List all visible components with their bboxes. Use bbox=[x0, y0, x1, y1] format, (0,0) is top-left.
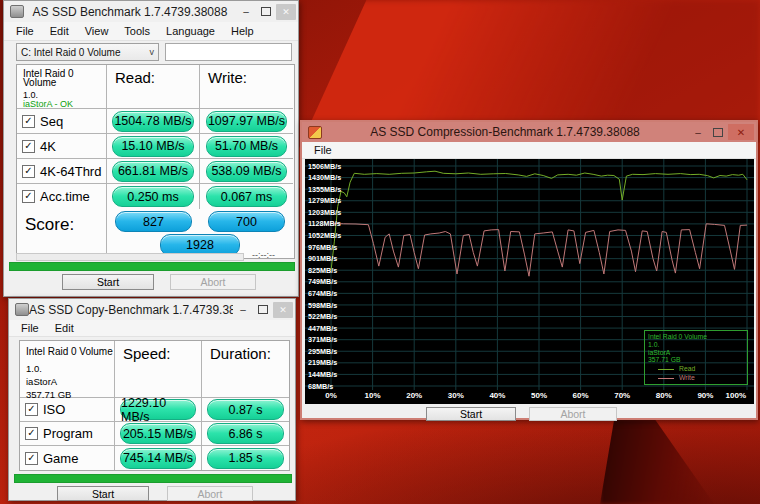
checkbox-game[interactable]: ✓ bbox=[25, 452, 38, 465]
maximize-button[interactable] bbox=[253, 302, 273, 318]
minimize-button[interactable]: – bbox=[688, 124, 708, 140]
abort-button[interactable]: Abort bbox=[167, 486, 253, 501]
svg-text:0%: 0% bbox=[325, 391, 337, 400]
compression-menu-file[interactable]: File bbox=[306, 142, 340, 158]
4k-read-result: 15.10 MB/s bbox=[112, 136, 193, 157]
svg-text:1430MB/s: 1430MB/s bbox=[308, 173, 341, 182]
svg-text:50%: 50% bbox=[531, 391, 547, 400]
drive-info-line: iaStorA bbox=[26, 375, 114, 388]
close-button[interactable]: ✕ bbox=[273, 302, 293, 318]
compression-chart: 1506MB/s1430MB/s1355MB/s1279MB/s1203MB/s… bbox=[305, 159, 754, 404]
seq-write-result: 1097.97 MB/s bbox=[206, 111, 288, 132]
maximize-button[interactable] bbox=[708, 124, 728, 140]
abort-button[interactable]: Abort bbox=[529, 407, 617, 421]
total-progress-bar bbox=[14, 474, 292, 483]
svg-text:674MB/s: 674MB/s bbox=[308, 289, 337, 298]
drive-select-value: C: Intel Raid 0 Volume bbox=[21, 47, 121, 58]
score-write-pill: 700 bbox=[208, 211, 284, 232]
maximize-button[interactable] bbox=[256, 4, 276, 20]
minimize-button[interactable]: – bbox=[236, 4, 256, 20]
checkbox-4k[interactable]: ✓ bbox=[22, 140, 35, 153]
main-menu-tools[interactable]: Tools bbox=[116, 23, 158, 39]
svg-text:901MB/s: 901MB/s bbox=[308, 254, 337, 263]
close-button[interactable]: ✕ bbox=[728, 124, 754, 140]
main-menu-language[interactable]: Language bbox=[158, 23, 223, 39]
row-label: 4K-64Thrd bbox=[40, 164, 101, 179]
test-size-field[interactable] bbox=[165, 43, 292, 61]
4k-write-result: 51.70 MB/s bbox=[206, 136, 288, 157]
drive-select[interactable]: C: Intel Raid 0 Volume v bbox=[16, 43, 159, 61]
app-icon bbox=[15, 303, 29, 316]
svg-text:60%: 60% bbox=[573, 391, 589, 400]
checkbox-4k-64thrd[interactable]: ✓ bbox=[22, 165, 35, 178]
svg-text:1506MB/s: 1506MB/s bbox=[308, 162, 341, 171]
start-button[interactable]: Start bbox=[62, 274, 154, 290]
titlebar[interactable]: AS SSD Copy-Benchmark 1.7.4739.38088 – ✕ bbox=[9, 299, 295, 320]
copy-menu-edit[interactable]: Edit bbox=[47, 320, 82, 336]
main-menu-view[interactable]: View bbox=[77, 23, 117, 39]
titlebar[interactable]: AS SSD Compression-Benchmark 1.7.4739.38… bbox=[302, 122, 756, 142]
program-duration-result: 6.86 s bbox=[207, 423, 284, 444]
svg-text:80%: 80% bbox=[656, 391, 672, 400]
main-menu-edit[interactable]: Edit bbox=[42, 23, 77, 39]
game-speed-result: 745.14 MB/s bbox=[120, 448, 196, 469]
legend-drive-line: iaStorA bbox=[648, 349, 744, 357]
legend-drive-line: 1.0. bbox=[648, 341, 744, 349]
table-row: ✓Acc.time0.250 ms0.067 ms bbox=[17, 184, 294, 209]
as-ssd-compression-benchmark-window: AS SSD Compression-Benchmark 1.7.4739.38… bbox=[300, 120, 758, 420]
start-button[interactable]: Start bbox=[426, 407, 516, 421]
checkbox-program[interactable]: ✓ bbox=[25, 427, 38, 440]
svg-text:522MB/s: 522MB/s bbox=[308, 312, 337, 321]
svg-text:749MB/s: 749MB/s bbox=[308, 277, 337, 286]
read-legend-label: Read bbox=[679, 365, 695, 373]
eta-text: --:--:-- bbox=[252, 250, 275, 260]
menu-bar: FileEditViewToolsLanguageHelp bbox=[4, 22, 298, 41]
speed-column-header: Speed: bbox=[115, 341, 202, 398]
iso-duration-result: 0.87 s bbox=[207, 399, 284, 420]
svg-text:1279MB/s: 1279MB/s bbox=[308, 196, 341, 205]
main-menu-help[interactable]: Help bbox=[223, 23, 262, 39]
write-column-header: Write: bbox=[200, 65, 293, 109]
row-label: Program bbox=[43, 426, 93, 441]
drive-info: Intel Raid 0 Volume1.0.iaStorA - OK10536… bbox=[17, 65, 107, 109]
row-label: 4K bbox=[40, 139, 56, 154]
svg-text:219MB/s: 219MB/s bbox=[308, 358, 337, 367]
svg-text:1355MB/s: 1355MB/s bbox=[308, 185, 341, 194]
svg-text:40%: 40% bbox=[489, 391, 505, 400]
checkbox-seq[interactable]: ✓ bbox=[22, 115, 35, 128]
table-row: ✓Game745.14 MB/s1.85 s bbox=[20, 446, 289, 470]
sub-progress-bar bbox=[16, 253, 244, 261]
window-title: AS SSD Compression-Benchmark 1.7.4739.38… bbox=[322, 125, 688, 139]
svg-text:447MB/s: 447MB/s bbox=[308, 324, 337, 333]
menu-bar: FileEdit bbox=[9, 320, 295, 337]
close-button[interactable]: ✕ bbox=[276, 4, 296, 20]
program-speed-result: 205.15 MB/s bbox=[120, 423, 196, 444]
copy-menu-file[interactable]: File bbox=[13, 320, 47, 336]
row-label: ISO bbox=[43, 402, 65, 417]
checkbox-iso[interactable]: ✓ bbox=[25, 403, 38, 416]
legend-drive-line: 357.71 GB bbox=[648, 356, 744, 364]
checkbox-acc.time[interactable]: ✓ bbox=[22, 190, 35, 203]
abort-button[interactable]: Abort bbox=[170, 274, 256, 290]
iso-speed-result: 1229.10 MB/s bbox=[120, 399, 196, 420]
total-progress-bar bbox=[9, 262, 295, 271]
svg-text:976MB/s: 976MB/s bbox=[308, 243, 337, 252]
main-menu-file[interactable]: File bbox=[8, 23, 42, 39]
table-row: ✓4K15.10 MB/s51.70 MB/s bbox=[17, 134, 294, 159]
drive-info-line: 1.0. bbox=[26, 362, 114, 375]
table-row: ✓4K-64Thrd661.81 MB/s538.09 MB/s bbox=[17, 159, 294, 184]
row-label: Game bbox=[43, 451, 78, 466]
titlebar[interactable]: AS SSD Benchmark 1.7.4739.38088 – ✕ bbox=[4, 1, 298, 22]
copy-results-table: Intel Raid 0 Volume1.0.iaStorA357.71 GB … bbox=[19, 340, 290, 471]
read-column-header: Read: bbox=[107, 65, 200, 109]
svg-text:1128MB/s: 1128MB/s bbox=[308, 219, 341, 228]
window-title: AS SSD Copy-Benchmark 1.7.4739.38088 bbox=[29, 303, 233, 317]
chevron-down-icon: v bbox=[150, 47, 155, 57]
svg-text:70%: 70% bbox=[614, 391, 630, 400]
acc.time-write-result: 0.067 ms bbox=[206, 186, 288, 207]
svg-text:100%: 100% bbox=[726, 391, 746, 400]
minimize-button[interactable]: – bbox=[233, 302, 253, 318]
drive-info-line: Intel Raid 0 Volume bbox=[26, 345, 114, 358]
start-button[interactable]: Start bbox=[57, 486, 149, 501]
duration-column-header: Duration: bbox=[202, 341, 289, 398]
